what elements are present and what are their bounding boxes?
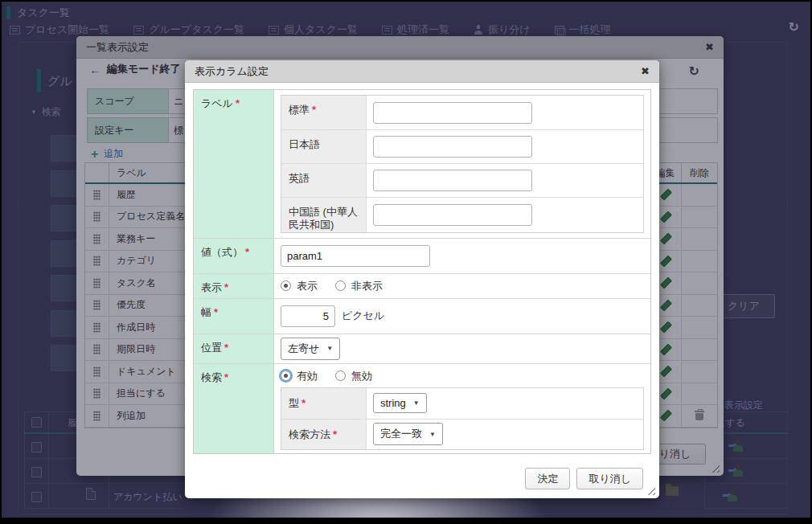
ok-button[interactable]: 決定: [525, 468, 570, 489]
position-select[interactable]: 左寄せ ▼: [281, 338, 340, 360]
search-options: 有効 無効: [281, 369, 644, 383]
search-option-enabled[interactable]: 有効: [281, 369, 318, 383]
method-row: 検索方法* 完全一致 ▼: [281, 419, 643, 449]
value-row-name: 値（式）: [201, 246, 243, 258]
radio-selected-focused[interactable]: [281, 370, 291, 381]
value-input[interactable]: [281, 245, 430, 267]
column-modal-body: ラベル* 標準*: [185, 83, 659, 498]
value-row: 値（式）*: [194, 238, 650, 273]
required-asterisk: *: [224, 281, 228, 293]
language-row: 標準*: [281, 96, 643, 129]
language-input[interactable]: [373, 170, 532, 191]
required-asterisk: *: [245, 246, 249, 258]
radio-unselected[interactable]: [335, 370, 346, 381]
search-row-name: 検索: [201, 371, 222, 383]
method-select[interactable]: 完全一致 ▼: [373, 423, 443, 445]
radio-unselected[interactable]: [335, 280, 346, 291]
display-row-name: 表示: [201, 281, 222, 293]
chevron-down-icon: ▼: [429, 431, 436, 438]
width-input[interactable]: [281, 305, 335, 327]
type-select[interactable]: string ▼: [373, 393, 427, 413]
position-row: 位置* 左寄せ ▼: [194, 334, 650, 363]
search-row: 検索* 有効 無効: [194, 363, 650, 453]
required-asterisk: *: [301, 397, 306, 409]
language-row: 日本語*: [281, 129, 643, 163]
width-row-name: 幅: [201, 306, 211, 318]
language-table: 標準* 日本語*: [281, 95, 644, 233]
type-row-name: 型: [289, 397, 299, 409]
column-settings-modal: 表示カラム設定 ✖ ラベル* 標準*: [185, 60, 659, 498]
required-asterisk: *: [224, 371, 228, 383]
language-label: 英語*: [281, 164, 367, 197]
language-label: 標準*: [281, 96, 367, 129]
language-input[interactable]: [373, 102, 532, 124]
required-asterisk: *: [333, 428, 337, 440]
required-asterisk: *: [214, 306, 218, 318]
method-row-name: 検索方法: [289, 428, 330, 440]
position-row-name: 位置: [201, 342, 222, 354]
display-option-show[interactable]: 表示: [281, 279, 318, 293]
language-row: 英語*: [281, 163, 643, 197]
chevron-down-icon: ▼: [326, 345, 333, 352]
column-modal-footer: 決定 取り消し: [193, 468, 651, 491]
screen: タスク一覧 プロセス開始一覧 グループタスク一覧 個人タスク一覧 処理済一覧 振…: [0, 0, 812, 524]
required-asterisk: *: [236, 97, 240, 109]
column-form: ラベル* 標準*: [193, 89, 651, 454]
language-row: 中国語 (中華人民共和国)*: [281, 197, 643, 232]
close-icon[interactable]: ✖: [641, 65, 650, 77]
column-modal-header: 表示カラム設定 ✖: [185, 60, 659, 83]
language-label: 日本語*: [281, 130, 367, 163]
search-option-disabled[interactable]: 無効: [335, 369, 372, 383]
required-asterisk: *: [224, 342, 228, 354]
label-row: ラベル* 標準*: [194, 90, 650, 238]
column-modal-title: 表示カラム設定: [195, 64, 641, 79]
chevron-down-icon: ▼: [413, 399, 420, 407]
width-unit: ピクセル: [342, 309, 384, 323]
cancel-button[interactable]: 取り消し: [576, 468, 643, 489]
display-option-hide[interactable]: 非表示: [335, 279, 383, 293]
required-asterisk: *: [312, 104, 316, 116]
label-row-name: ラベル*: [194, 90, 274, 238]
language-input[interactable]: [373, 204, 532, 226]
radio-selected[interactable]: [281, 280, 291, 291]
search-sub-table: 型* string ▼: [281, 387, 644, 450]
type-row: 型* string ▼: [281, 388, 643, 419]
language-input[interactable]: [373, 136, 532, 158]
language-label: 中国語 (中華人民共和国)*: [281, 198, 367, 232]
display-row: 表示* 表示 非表示: [194, 273, 650, 298]
width-row: 幅* ピクセル: [194, 298, 650, 334]
